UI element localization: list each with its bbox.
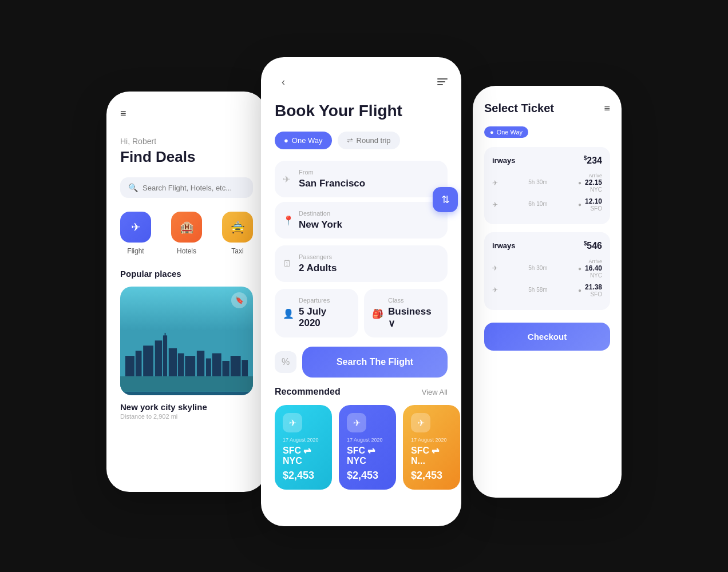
place-name: New york city skyline [120,402,253,412]
swap-button[interactable]: ⇅ [433,187,458,212]
hotels-label: Hotels [177,247,196,255]
search-input[interactable] [143,184,245,192]
flight-row-1-0: ✈ 5h 30m ● Arrive 16.40 NYC [492,259,602,279]
hotels-category[interactable]: 🏨 Hotels [171,212,202,255]
destination-field[interactable]: 📍 Destination New York [275,202,448,239]
svg-rect-10 [197,351,204,376]
plane-icon-1-1: ✈ [492,286,498,294]
svg-rect-13 [222,361,229,376]
departures-field[interactable]: 👤 Departures 5 July 2020 [275,289,358,337]
ticket-top-1: irways $546 [492,240,602,251]
from-destination-group: ✈ From San Francisco ⇅ 📍 Destination New… [275,161,448,239]
flight-row-0-0: ✈ 5h 30m ● Arrive 22.15 NYC [492,173,602,193]
class-chevron-icon: ∨ [388,318,395,329]
svg-rect-8 [178,353,184,376]
taxi-category[interactable]: 🚖 Taxi [222,212,253,255]
rec-plane-icon-0: ✈ [283,413,302,432]
svg-rect-14 [231,356,241,376]
passengers-icon: 🗓 [283,259,292,269]
passengers-field[interactable]: 🗓 Passengers 2 Adults [275,245,448,282]
right-menu-icon[interactable]: ≡ [604,102,610,114]
svg-rect-6 [163,335,167,376]
rec-date-1: 17 August 2020 [347,437,388,443]
find-deals-title: Find Deals [120,148,253,166]
one-way-label: One Way [292,136,323,145]
flight-city-0-0: NYC [585,186,602,193]
recommended-title: Recommended [275,387,341,397]
svg-rect-9 [185,356,195,376]
flight-row-1-1: ✈ 5h 58m ● 21.38 SFO [492,283,602,297]
back-button[interactable]: ‹ [275,73,292,90]
search-bar[interactable]: 🔍 [120,177,253,198]
flight-duration-1-1: 5h 58m [528,287,547,293]
svg-rect-7 [169,348,177,376]
rec-plane-icon-1: ✈ [347,413,366,432]
flight-duration-0-0: 5h 30m [528,179,547,185]
hotels-icon-box: 🏨 [171,212,202,243]
svg-rect-11 [206,359,211,376]
ticket-top-0: irways $234 [492,155,602,166]
class-field[interactable]: 🎒 Class Business ∨ [364,289,448,337]
flight-icon: ✈ [131,220,141,234]
ticket-card-1[interactable]: irways $546 ✈ 5h 30m ● Arrive 16.40 NYC … [484,232,610,309]
filter-line-3 [437,84,443,85]
svg-rect-3 [136,351,142,376]
rec-card-1[interactable]: ✈ 17 August 2020 SFC ⇌ NYC $2,453 [339,405,396,490]
right-header: Select Ticket ≡ [484,102,610,115]
left-card: ≡ Hi, Robert Find Deals 🔍 ✈ Flight 🏨 Hot… [106,92,267,492]
view-all-link[interactable]: View All [422,388,448,396]
destination-icon: 📍 [283,215,294,226]
rec-card-0[interactable]: ✈ 17 August 2020 SFC ⇌ NYC $2,453 [275,405,332,490]
flight-category[interactable]: ✈ Flight [120,212,151,255]
flight-duration-0-1: 6h 10m [528,201,547,207]
popular-place-image[interactable]: 🔖 [120,287,253,395]
filter-button[interactable] [437,78,448,85]
page-title: Book Your Flight [275,102,448,120]
flight-row-0-1: ✈ 6h 10m ● 12.10 SFO [492,197,602,212]
flight-duration-1-0: 5h 30m [528,265,547,271]
rec-route-0: SFC ⇌ NYC [283,445,324,466]
departures-value: 5 July 2020 [299,306,349,329]
from-value: San Francisco [299,178,438,189]
dot-icon-1-1: ● [578,287,581,293]
taxi-icon: 🚖 [231,220,245,234]
greeting-text: Hi, Robert [120,137,253,146]
flight-time-1-0: 16.40 [585,264,602,272]
airline-name-1: irways [492,241,515,250]
svg-rect-12 [212,353,221,376]
svg-rect-2 [125,356,134,376]
checkout-button[interactable]: Checkout [484,323,610,351]
arrive-label-1-0: Arrive [585,259,602,264]
svg-rect-1 [120,376,253,392]
round-trip-label: Round trip [357,136,391,145]
discount-icon: % [282,357,290,367]
flight-time-0-0: 22.15 [585,178,602,186]
one-way-icon: ● [284,136,288,145]
hotels-icon: 🏨 [180,220,194,234]
taxi-label: Taxi [231,247,243,255]
popular-places-title: Popular places [120,269,253,279]
rec-plane-icon-2: ✈ [411,413,430,432]
bookmark-icon[interactable]: 🔖 [231,292,247,308]
round-trip-tab[interactable]: ⇌ Round trip [338,132,400,149]
search-flight-button[interactable]: Search The Flight [302,347,448,378]
from-field[interactable]: ✈ From San Francisco [275,161,448,197]
recommended-cards: ✈ 17 August 2020 SFC ⇌ NYC $2,453 ✈ 17 A… [275,405,448,490]
right-card: Select Ticket ≡ ● One Way irways $234 ✈ … [473,86,622,498]
dot-icon-0-0: ● [578,180,581,186]
flight-time-1-1: 21.38 [585,283,602,291]
rec-card-2[interactable]: ✈ 17 August 2020 SFC ⇌ N... $2,453 [403,405,460,490]
departures-icon: 👤 [283,308,294,319]
ticket-price-1: $546 [584,240,602,251]
plane-icon-0-1: ✈ [492,201,498,209]
from-label: From [299,169,438,176]
ticket-card-0[interactable]: irways $234 ✈ 5h 30m ● Arrive 22.15 NYC … [484,147,610,224]
left-menu-icon[interactable]: ≡ [120,108,253,120]
filter-line-1 [437,78,448,80]
rec-price-2: $2,453 [411,470,452,482]
category-icons: ✈ Flight 🏨 Hotels 🚖 Taxi [120,212,253,255]
flight-city-0-1: SFO [585,205,602,212]
nav-top: ‹ [275,73,448,90]
one-way-tab[interactable]: ● One Way [275,132,332,149]
passengers-label: Passengers [299,253,438,260]
